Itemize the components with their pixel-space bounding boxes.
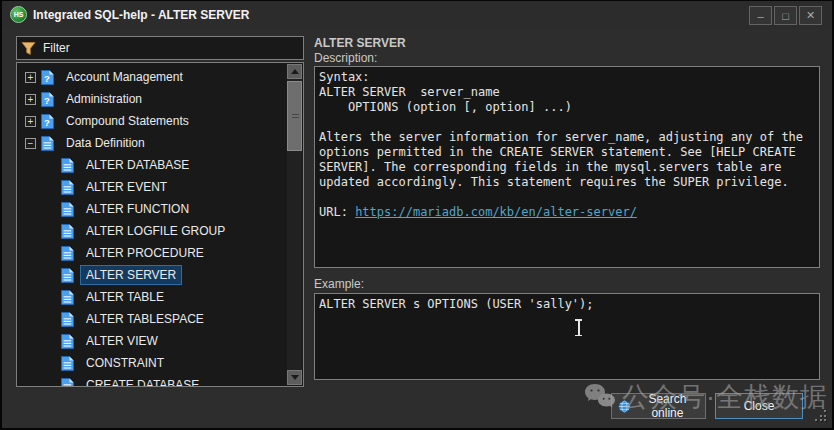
help-doc-icon: ?: [41, 92, 54, 107]
description-label: Description:: [314, 51, 377, 65]
doc-icon: [61, 334, 74, 349]
svg-text:?: ?: [44, 73, 50, 84]
tree-item-label: ALTER TABLESPACE: [81, 310, 209, 328]
example-body: ALTER SERVER s OPTIONS (USER 'sally');: [319, 297, 594, 311]
tree-item-label: CONSTRAINT: [81, 354, 169, 372]
help-window: HS Integrated SQL-help - ALTER SERVER – …: [0, 0, 834, 430]
globe-icon: [618, 399, 631, 414]
description-text[interactable]: Syntax: ALTER SERVER server_name OPTIONS…: [314, 66, 820, 268]
description-body: Syntax: ALTER SERVER server_name OPTIONS…: [319, 70, 803, 219]
resize-grip[interactable]: [815, 410, 827, 422]
expander-toggle[interactable]: +: [25, 72, 36, 83]
tree-item[interactable]: ALTER EVENT: [17, 176, 303, 198]
help-doc-icon: ?: [41, 114, 54, 129]
tree-item[interactable]: ALTER SERVER: [17, 264, 303, 286]
tree-item-label: ALTER SERVER: [81, 266, 181, 284]
tree-item[interactable]: +?Administration: [17, 88, 303, 110]
search-online-label: Search online: [636, 392, 699, 420]
tree-item-label: ALTER VIEW: [81, 332, 163, 350]
tree-item[interactable]: ALTER FUNCTION: [17, 198, 303, 220]
help-tree: +?Account Management+?Administration+?Co…: [16, 62, 304, 387]
scrollbar-thumb[interactable]: [287, 81, 302, 151]
doc-icon: [61, 268, 74, 283]
tree-item-label: ALTER EVENT: [81, 178, 172, 196]
doc-icon: [61, 312, 74, 327]
tree-item[interactable]: ALTER VIEW: [17, 330, 303, 352]
doc-icon: [61, 290, 74, 305]
filter-input[interactable]: [41, 40, 299, 56]
doc-icon: [41, 136, 54, 151]
doc-icon: [61, 378, 74, 388]
close-button[interactable]: Close: [715, 393, 803, 419]
close-window-button[interactable]: ✕: [799, 6, 822, 25]
filter-box: [16, 36, 304, 60]
tree-item-label: Compound Statements: [61, 112, 194, 130]
doc-icon: [61, 202, 74, 217]
tree-item[interactable]: ALTER PROCEDURE: [17, 242, 303, 264]
window-title: Integrated SQL-help - ALTER SERVER: [33, 8, 249, 22]
tree-item[interactable]: +?Compound Statements: [17, 110, 303, 132]
text-cursor-icon: [574, 319, 583, 336]
tree-item[interactable]: ALTER TABLESPACE: [17, 308, 303, 330]
tree-item-label: ALTER PROCEDURE: [81, 244, 209, 262]
expander-toggle[interactable]: −: [25, 138, 36, 149]
doc-icon: [61, 158, 74, 173]
tree-item-label: ALTER FUNCTION: [81, 200, 194, 218]
example-text[interactable]: ALTER SERVER s OPTIONS (USER 'sally');: [314, 293, 820, 380]
help-url-link[interactable]: https://mariadb.com/kb/en/alter-server/: [355, 205, 637, 219]
example-label: Example:: [314, 277, 364, 291]
scroll-down-button[interactable]: [287, 370, 302, 385]
tree-item-label: ALTER DATABASE: [81, 156, 194, 174]
expander-toggle[interactable]: +: [25, 116, 36, 127]
doc-icon: [61, 180, 74, 195]
filter-icon: [21, 41, 36, 56]
tree-item[interactable]: +?Account Management: [17, 66, 303, 88]
tree-item[interactable]: CONSTRAINT: [17, 352, 303, 374]
svg-text:?: ?: [44, 117, 50, 128]
arrow-down-icon: [291, 375, 299, 380]
tree-item-label: CREATE DATABASE: [81, 376, 204, 387]
tree-item-label: Administration: [61, 90, 147, 108]
doc-icon: [61, 224, 74, 239]
tree-item-label: Data Definition: [61, 134, 150, 152]
close-label: Close: [744, 399, 775, 413]
search-online-button[interactable]: Search online: [611, 393, 706, 419]
help-doc-icon: ?: [41, 70, 54, 85]
tree-rows: +?Account Management+?Administration+?Co…: [17, 66, 303, 387]
titlebar: HS Integrated SQL-help - ALTER SERVER – …: [2, 1, 832, 29]
doc-icon: [61, 246, 74, 261]
tree-scrollbar[interactable]: [287, 64, 302, 385]
tree-item[interactable]: CREATE DATABASE: [17, 374, 303, 387]
expander-toggle[interactable]: +: [25, 94, 36, 105]
minimize-button[interactable]: –: [749, 6, 772, 25]
page-title: ALTER SERVER: [314, 36, 406, 50]
tree-item-label: ALTER LOGFILE GROUP: [81, 222, 230, 240]
tree-item-label: ALTER TABLE: [81, 288, 169, 306]
thumb-grip-icon: [292, 114, 299, 115]
maximize-button[interactable]: □: [774, 6, 797, 25]
tree-item[interactable]: ALTER DATABASE: [17, 154, 303, 176]
tree-item-label: Account Management: [61, 68, 188, 86]
tree-item[interactable]: ALTER TABLE: [17, 286, 303, 308]
tree-item[interactable]: ALTER LOGFILE GROUP: [17, 220, 303, 242]
doc-icon: [61, 356, 74, 371]
tree-item[interactable]: −Data Definition: [17, 132, 303, 154]
svg-text:?: ?: [44, 95, 50, 106]
scroll-up-button[interactable]: [287, 64, 302, 79]
app-logo-icon: HS: [10, 6, 27, 23]
arrow-up-icon: [291, 69, 299, 74]
